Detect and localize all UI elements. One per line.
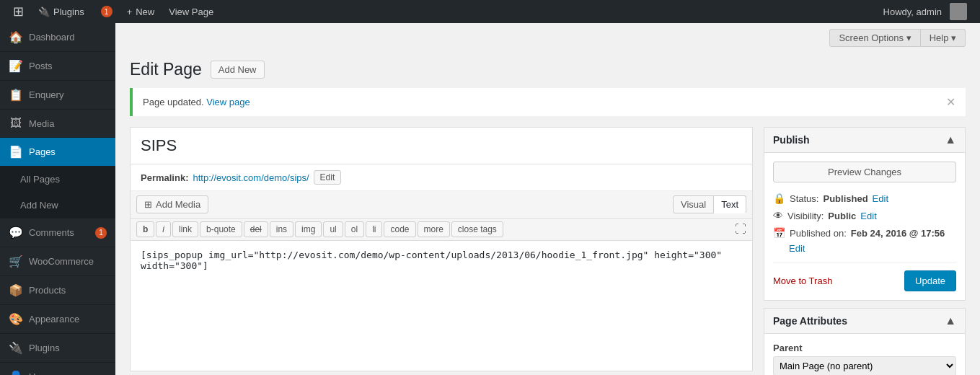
add-new-button[interactable]: Add New [211,61,265,79]
close-tags-button[interactable]: close tags [451,221,503,237]
publish-box-body: Preview Changes 🔒 Status: Published Edit… [764,153,965,300]
italic-button[interactable]: i [156,221,171,237]
admin-bar: ⊞ 🔌 Plugins 1 + New View Page Howdy, adm… [0,0,980,23]
screen-options-button[interactable]: Screen Options ▾ [829,29,920,47]
editor-toolbar-top: ⊞ Add Media Visual Text [131,191,752,219]
page-attributes-body: Parent Main Page (no parent) [764,334,965,375]
li-button[interactable]: li [366,221,382,237]
plugins-menu-icon: 🔌 [9,341,23,355]
status-row: 🔒 Status: Published Edit [773,190,956,207]
publish-box-toggle-icon: ▲ [945,133,956,146]
enquery-icon: 📋 [9,88,23,102]
page-header: Edit Page Add New [130,60,966,79]
edit-permalink-button[interactable]: Edit [314,170,342,185]
permalink-row: Permalink: http://evosit.com/demo/sips/ … [131,164,752,191]
parent-label: Parent [773,343,956,353]
visual-tab[interactable]: Visual [673,195,714,213]
published-on-row: 📅 Published on: Feb 24, 2016 @ 17:56 [773,224,956,242]
status-icon: 🔒 [773,193,785,204]
permalink-label: Permalink: [141,172,188,183]
post-title-input[interactable] [131,128,752,164]
add-media-button[interactable]: ⊞ Add Media [136,195,208,213]
bold-button[interactable]: b [136,221,154,237]
ins-button[interactable]: ins [270,221,293,237]
posts-icon: 📝 [9,59,23,73]
fullscreen-button[interactable]: ⛶ [735,223,746,236]
bquote-button[interactable]: b-quote [200,221,242,237]
sidebar-label-add-new: Add New [20,200,58,211]
published-edit-link[interactable]: Edit [789,243,805,254]
sidebar-item-comments[interactable]: 💬 Comments 1 [0,219,115,247]
permalink-url[interactable]: http://evosit.com/demo/sips/ [193,172,309,183]
adminbar-new[interactable]: + New [120,0,162,23]
sidebar-label-comments: Comments [29,227,74,238]
sidebar-label-media: Media [29,118,54,129]
code-button[interactable]: code [384,221,415,237]
comments-count-badge: 1 [101,6,112,17]
view-page-link[interactable]: View page [206,97,250,107]
sidebar-item-enquery[interactable]: 📋 Enquery [0,81,115,110]
link-button[interactable]: link [172,221,198,237]
page-title: Edit Page [130,60,202,79]
status-label: Status: [790,193,818,204]
ol-button[interactable]: ol [345,221,364,237]
parent-select[interactable]: Main Page (no parent) [773,356,956,375]
del-button[interactable]: del [244,221,268,237]
preview-changes-button[interactable]: Preview Changes [773,162,956,182]
visibility-value: Public [828,211,856,221]
published-label: Published on: [790,228,847,239]
page-attributes-toggle-icon: ▲ [945,314,956,327]
sidebar-submenu-add-new[interactable]: Add New [0,193,115,219]
adminbar-new-label: New [136,6,154,17]
adminbar-user-label: Howdy, admin [883,6,942,17]
ul-button[interactable]: ul [323,221,343,237]
publish-box-title: Publish [773,134,810,146]
sidebar-submenu-all-pages[interactable]: All Pages [0,167,115,193]
format-toolbar: b i link b-quote del ins img ul ol li co… [131,219,752,241]
sidebar-item-users[interactable]: 👤 Users [0,363,115,375]
notice-text: Page updated. View page [143,97,250,107]
editor-content[interactable]: [sips_popup img_url="http://evosit.com/d… [131,241,752,371]
sidebar-item-products[interactable]: 📦 Products [0,276,115,305]
avatar [950,3,967,20]
editor-wrap: Permalink: http://evosit.com/demo/sips/ … [130,127,966,375]
notice-dismiss-button[interactable]: ✕ [946,95,955,109]
move-to-trash-button[interactable]: Move to Trash [773,275,832,286]
sidebar-label-all-pages: All Pages [20,174,60,185]
editor-text: [sips_popup img_url="http://evosit.com/d… [141,250,722,271]
more-button[interactable]: more [418,221,450,237]
adminbar-comments-badge[interactable]: 1 [92,0,120,23]
sidebar-item-plugins[interactable]: 🔌 Plugins [0,334,115,363]
adminbar-plugins[interactable]: 🔌 Plugins [31,0,92,23]
img-button[interactable]: img [295,221,322,237]
products-icon: 📦 [9,283,23,297]
text-tab[interactable]: Text [714,195,746,213]
page-attributes-box: Page Attributes ▲ Parent Main Page (no p… [764,308,966,375]
sidebar-item-posts[interactable]: 📝 Posts [0,52,115,81]
update-button[interactable]: Update [904,270,956,291]
adminbar-plugins-label: Plugins [53,6,84,17]
adminbar-user[interactable]: Howdy, admin [876,0,974,23]
screen-options-bar: Screen Options ▾ Help ▾ [115,23,980,53]
dashboard-icon: 🏠 [9,30,23,44]
sidebar-item-appearance[interactable]: 🎨 Appearance [0,305,115,334]
wp-logo-item[interactable]: ⊞ [6,0,31,23]
sidebar-item-dashboard[interactable]: 🏠 Dashboard [0,23,115,52]
sidebar-item-media[interactable]: 🖼 Media [0,110,115,138]
sidebar-item-woocommerce[interactable]: 🛒 WooCommerce [0,247,115,276]
status-edit-link[interactable]: Edit [873,193,888,204]
woocommerce-icon: 🛒 [9,255,23,268]
sidebar-label-posts: Posts [29,61,53,71]
publish-box-header[interactable]: Publish ▲ [764,128,965,153]
editor-main: Permalink: http://evosit.com/demo/sips/ … [130,127,753,371]
sidebar-panels: Publish ▲ Preview Changes 🔒 Status: Publ… [764,127,966,375]
comments-icon: 💬 [9,226,23,239]
update-notice: Page updated. View page ✕ [130,88,966,116]
adminbar-view-page[interactable]: View Page [162,0,221,23]
help-button[interactable]: Help ▾ [921,29,966,47]
page-attributes-header[interactable]: Page Attributes ▲ [764,309,965,334]
add-media-label: Add Media [156,199,200,210]
sidebar-label-appearance: Appearance [29,314,79,325]
sidebar-item-pages[interactable]: 📄 Pages [0,138,115,167]
visibility-edit-link[interactable]: Edit [860,211,876,221]
